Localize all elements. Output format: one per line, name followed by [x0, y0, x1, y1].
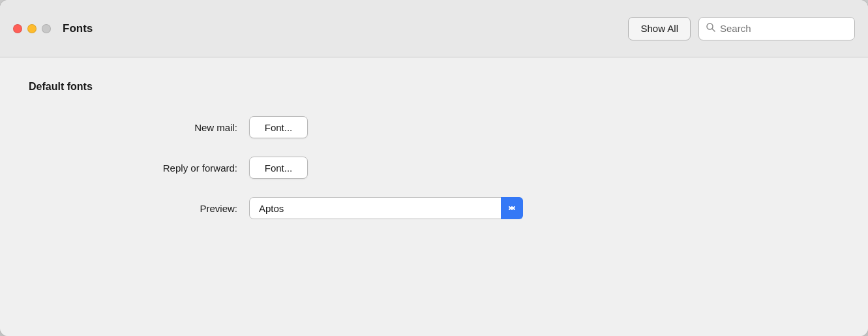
titlebar-actions: Show All	[628, 17, 855, 40]
preview-select-wrapper: Aptos	[249, 197, 523, 219]
close-button[interactable]	[13, 24, 22, 33]
reply-forward-font-button[interactable]: Font...	[249, 157, 308, 179]
search-icon	[706, 22, 716, 35]
section-title: Default fonts	[29, 81, 839, 93]
minimize-button[interactable]	[27, 24, 37, 33]
reply-forward-row: Reply or forward: Font...	[133, 157, 839, 179]
window-title: Fonts	[63, 22, 628, 35]
traffic-lights	[13, 24, 51, 33]
form-rows: New mail: Font... Reply or forward: Font…	[133, 116, 839, 219]
preview-label: Preview:	[133, 203, 237, 214]
preview-select[interactable]: Aptos	[249, 197, 523, 219]
reply-forward-label: Reply or forward:	[133, 162, 237, 174]
show-all-button[interactable]: Show All	[628, 17, 691, 40]
search-box	[698, 17, 855, 40]
titlebar: Fonts Show All	[0, 0, 868, 57]
new-mail-label: New mail:	[133, 122, 237, 133]
search-input[interactable]	[720, 23, 848, 34]
main-window: Fonts Show All Default fonts New mail: F…	[0, 0, 868, 336]
new-mail-row: New mail: Font...	[133, 116, 839, 138]
content-area: Default fonts New mail: Font... Reply or…	[0, 57, 868, 336]
preview-row: Preview: Aptos	[133, 197, 839, 219]
new-mail-font-button[interactable]: Font...	[249, 116, 308, 138]
maximize-button[interactable]	[42, 24, 51, 33]
svg-line-1	[712, 29, 715, 31]
